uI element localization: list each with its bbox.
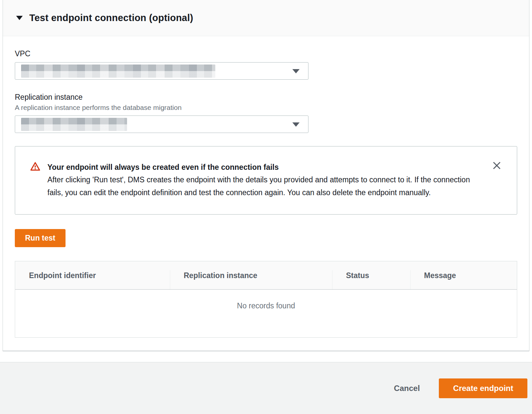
column-header-endpoint-identifier: Endpoint identifier: [15, 261, 170, 289]
column-header-message: Message: [410, 261, 517, 289]
column-header-replication-instance: Replication instance: [170, 261, 332, 289]
caret-down-icon: [292, 69, 300, 73]
run-test-button[interactable]: Run test: [15, 229, 66, 247]
spacer: [0, 351, 532, 362]
test-results-table: Endpoint identifier Replication instance…: [15, 261, 517, 338]
dismiss-warning-button[interactable]: [491, 160, 502, 171]
create-endpoint-button[interactable]: Create endpoint: [439, 378, 527, 398]
section-header[interactable]: Test endpoint connection (optional): [3, 0, 529, 36]
replication-instance-label: Replication instance: [15, 93, 517, 102]
replication-instance-value-redacted: [21, 118, 127, 131]
caret-down-icon: [292, 122, 300, 127]
page: Test endpoint connection (optional) VPC …: [0, 0, 532, 414]
warning-triangle-icon: [30, 161, 40, 199]
test-endpoint-connection-section: Test endpoint connection (optional) VPC …: [3, 0, 529, 351]
close-icon: [492, 161, 502, 170]
vpc-label: VPC: [15, 49, 517, 58]
replication-instance-description: A replication instance performs the data…: [15, 104, 517, 112]
cancel-button[interactable]: Cancel: [394, 384, 420, 393]
column-header-status: Status: [332, 261, 410, 289]
warning-title: Your endpoint will always be created eve…: [47, 161, 475, 173]
warning-text: Your endpoint will always be created eve…: [47, 161, 475, 199]
warning-alert: Your endpoint will always be created eve…: [15, 146, 517, 215]
footer-action-bar: Cancel Create endpoint: [0, 362, 532, 414]
section-body: VPC Replication instance A replication i…: [3, 36, 529, 351]
vpc-select[interactable]: [15, 62, 308, 80]
table-header-row: Endpoint identifier Replication instance…: [15, 261, 517, 290]
table-empty-message: No records found: [15, 290, 517, 337]
section-title: Test endpoint connection (optional): [29, 13, 193, 23]
warning-body: After clicking 'Run test', DMS creates t…: [47, 173, 475, 199]
vpc-select-value-redacted: [21, 65, 215, 78]
collapse-triangle-icon: [16, 16, 23, 20]
replication-instance-select[interactable]: [15, 116, 308, 133]
